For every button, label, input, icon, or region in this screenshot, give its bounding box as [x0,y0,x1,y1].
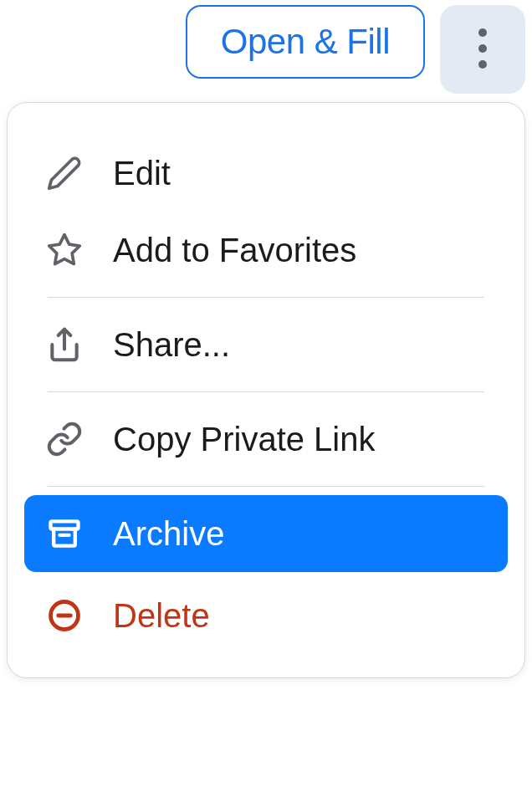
menu-item-favorites[interactable]: Add to Favorites [8,212,524,289]
menu-item-label: Add to Favorites [113,232,356,269]
svg-point-0 [478,28,487,37]
menu-item-edit[interactable]: Edit [8,135,524,212]
more-vertical-icon [478,28,487,72]
more-options-button[interactable] [440,5,525,94]
menu-divider [48,486,484,487]
menu-item-label: Delete [113,597,210,635]
menu-item-copy-link[interactable]: Copy Private Link [8,401,524,478]
menu-item-label: Share... [113,326,230,364]
star-icon [44,230,84,270]
context-menu: Edit Add to Favorites Share... Co [7,102,525,678]
menu-item-archive[interactable]: Archive [24,495,508,572]
menu-item-delete[interactable]: Delete [8,577,524,654]
menu-item-label: Edit [113,155,171,192]
menu-item-share[interactable]: Share... [8,306,524,383]
menu-divider [48,391,484,392]
svg-point-1 [478,44,487,53]
header-toolbar: Open & Fill [0,0,532,94]
menu-divider [48,297,484,298]
archive-icon [44,514,84,554]
open-and-fill-button[interactable]: Open & Fill [186,5,425,79]
menu-item-label: Archive [113,515,224,553]
svg-marker-3 [49,235,80,264]
link-icon [44,419,84,459]
minus-circle-icon [44,595,84,636]
pencil-icon [44,153,84,193]
menu-item-label: Copy Private Link [113,421,375,458]
share-icon [44,325,84,365]
svg-point-2 [478,60,487,69]
